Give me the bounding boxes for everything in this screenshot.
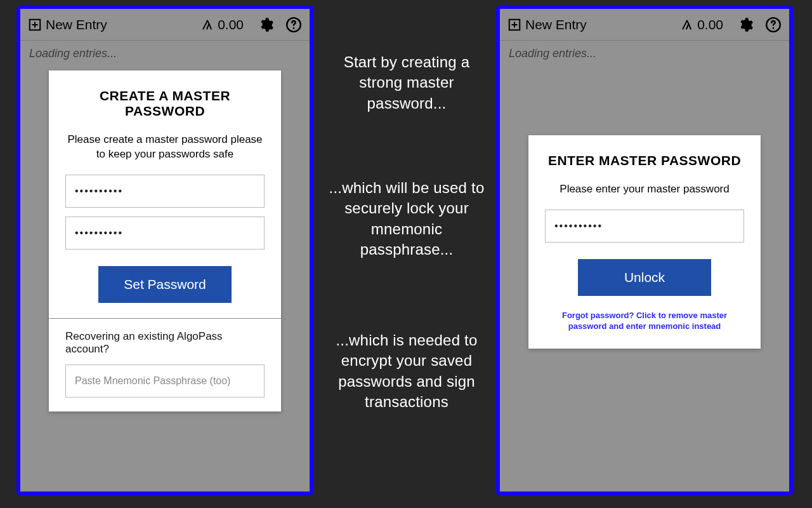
recover-label: Recovering an existing AlgoPass account? xyxy=(65,330,265,356)
algorand-icon xyxy=(681,18,693,31)
divider xyxy=(49,318,281,319)
set-password-button[interactable]: Set Password xyxy=(98,266,232,303)
new-entry-button[interactable]: New Entry xyxy=(28,17,107,32)
card-subtitle: Please enter your master password xyxy=(545,182,744,197)
top-bar: New Entry 0.00 xyxy=(500,9,789,41)
card-subtitle: Please create a master password please t… xyxy=(65,133,265,162)
create-password-card: CREATE A MASTER PASSWORD Please create a… xyxy=(49,70,281,411)
balance-display: 0.00 xyxy=(201,17,244,32)
top-bar: New Entry 0.00 xyxy=(20,9,310,41)
help-icon[interactable] xyxy=(285,17,302,33)
gear-icon[interactable] xyxy=(737,17,754,33)
new-entry-button[interactable]: New Entry xyxy=(508,17,587,32)
gear-icon[interactable] xyxy=(258,17,274,33)
unlock-button[interactable]: Unlock xyxy=(578,259,711,296)
loading-status: Loading entries... xyxy=(500,41,789,67)
annotation-2: ...which will be used to securely lock y… xyxy=(324,178,490,260)
master-password-field[interactable] xyxy=(545,210,744,243)
confirm-password-field[interactable] xyxy=(65,217,265,250)
annotation-1: Start by creating a strong master passwo… xyxy=(324,52,490,114)
svg-point-9 xyxy=(773,27,775,29)
help-icon[interactable] xyxy=(765,17,782,33)
enter-password-card: ENTER MASTER PASSWORD Please enter your … xyxy=(528,135,761,349)
new-entry-label: New Entry xyxy=(46,17,107,32)
card-title: ENTER MASTER PASSWORD xyxy=(545,153,744,168)
svg-point-4 xyxy=(293,27,295,29)
forgot-link-text[interactable]: Forgot password? Click to remove master … xyxy=(562,311,727,331)
balance-display: 0.00 xyxy=(681,17,723,32)
balance-value: 0.00 xyxy=(697,17,723,32)
plus-box-icon xyxy=(28,18,42,32)
algorand-icon xyxy=(201,18,214,31)
new-entry-label: New Entry xyxy=(525,17,587,32)
mnemonic-input[interactable] xyxy=(65,364,265,398)
annotation-3: ...which is needed to encrypt your saved… xyxy=(324,330,490,413)
master-password-field[interactable] xyxy=(65,175,265,208)
device-frame-enter: New Entry 0.00 Loading entries... ENTER … xyxy=(496,5,793,495)
device-frame-create: New Entry 0.00 Loading entries... CREATE… xyxy=(16,5,313,495)
loading-status: Loading entries... xyxy=(20,41,310,67)
plus-box-icon xyxy=(508,18,521,32)
balance-value: 0.00 xyxy=(218,17,244,32)
card-title: CREATE A MASTER PASSWORD xyxy=(65,88,265,119)
forgot-password-link[interactable]: Forgot password? Click to remove master … xyxy=(545,310,744,332)
